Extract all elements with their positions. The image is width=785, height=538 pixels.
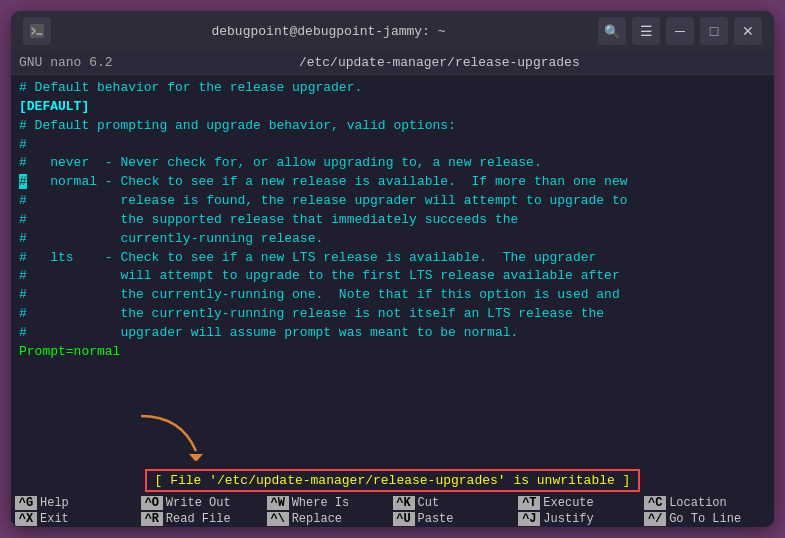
footer-command: ^KCut <box>393 496 515 510</box>
editor-line: # Default behavior for the release upgra… <box>19 79 766 98</box>
footer-label: Write Out <box>166 496 231 510</box>
editor-line: # <box>19 136 766 155</box>
editor-line: # the currently-running release is not i… <box>19 305 766 324</box>
minimize-button[interactable]: ─ <box>666 17 694 45</box>
footer-command: ^JJustify <box>518 512 640 526</box>
status-message: [ File '/etc/update-manager/release-upgr… <box>145 469 641 492</box>
editor-line: # lts - Check to see if a new LTS releas… <box>19 249 766 268</box>
arrow-area <box>11 406 774 466</box>
titlebar-left <box>23 17 59 45</box>
terminal-window: debugpoint@debugpoint-jammy: ~ 🔍 ☰ ─ □ ✕… <box>11 11 774 527</box>
footer-command: ^GHelp <box>15 496 137 510</box>
footer-key: ^J <box>518 512 540 526</box>
titlebar-title: debugpoint@debugpoint-jammy: ~ <box>59 24 598 39</box>
svg-rect-0 <box>30 24 44 38</box>
footer-key: ^T <box>518 496 540 510</box>
arrow-icon <box>131 406 211 461</box>
footer-command: ^/Go To Line <box>644 512 766 526</box>
status-bar: [ File '/etc/update-manager/release-upgr… <box>11 466 774 495</box>
editor-line: [DEFAULT] <box>19 98 766 117</box>
editor-line: Prompt=normal <box>19 343 766 362</box>
footer-label: Cut <box>418 496 440 510</box>
terminal-icon <box>23 17 51 45</box>
footer-command: ^XExit <box>15 512 137 526</box>
footer-key: ^X <box>15 512 37 526</box>
footer-label: Go To Line <box>669 512 741 526</box>
editor-line: # upgrader will assume prompt was meant … <box>19 324 766 343</box>
footer-label: Read File <box>166 512 231 526</box>
footer-key: ^W <box>267 496 289 510</box>
footer-key: ^C <box>644 496 666 510</box>
footer-label: Paste <box>418 512 454 526</box>
editor-line: # never - Never check for, or allow upgr… <box>19 154 766 173</box>
editor-line: # the currently-running one. Note that i… <box>19 286 766 305</box>
search-button[interactable]: 🔍 <box>598 17 626 45</box>
maximize-button[interactable]: □ <box>700 17 728 45</box>
footer-command: ^UPaste <box>393 512 515 526</box>
editor-line: # currently-running release. <box>19 230 766 249</box>
editor-line: # normal - Check to see if a new release… <box>19 173 766 192</box>
titlebar-buttons: 🔍 ☰ ─ □ ✕ <box>598 17 762 45</box>
footer-row: ^XExit^RRead File^\ Replace^UPaste^JJust… <box>11 511 774 527</box>
footer-key: ^U <box>393 512 415 526</box>
footer-label: Help <box>40 496 69 510</box>
nano-filepath: /etc/update-manager/release-upgrades <box>113 55 766 70</box>
footer-row: ^GHelp^OWrite Out^WWhere Is^KCut^TExecut… <box>11 495 774 511</box>
footer-key: ^O <box>141 496 163 510</box>
footer-command: ^TExecute <box>518 496 640 510</box>
nano-header: GNU nano 6.2 /etc/update-manager/release… <box>11 51 774 75</box>
footer-key: ^/ <box>644 512 666 526</box>
editor-line: # the supported release that immediately… <box>19 211 766 230</box>
nano-footer: ^GHelp^OWrite Out^WWhere Is^KCut^TExecut… <box>11 495 774 527</box>
footer-label: Justify <box>543 512 593 526</box>
footer-key: ^G <box>15 496 37 510</box>
footer-label: Location <box>669 496 727 510</box>
footer-command: ^RRead File <box>141 512 263 526</box>
footer-command: ^CLocation <box>644 496 766 510</box>
editor-line: # release is found, the release upgrader… <box>19 192 766 211</box>
editor-line: # will attempt to upgrade to the first L… <box>19 267 766 286</box>
footer-label: Execute <box>543 496 593 510</box>
footer-key: ^K <box>393 496 415 510</box>
editor-content[interactable]: # Default behavior for the release upgra… <box>11 75 774 406</box>
footer-label: Replace <box>292 512 342 526</box>
footer-label: Exit <box>40 512 69 526</box>
editor-line: # Default prompting and upgrade behavior… <box>19 117 766 136</box>
close-button[interactable]: ✕ <box>734 17 762 45</box>
menu-button[interactable]: ☰ <box>632 17 660 45</box>
titlebar: debugpoint@debugpoint-jammy: ~ 🔍 ☰ ─ □ ✕ <box>11 11 774 51</box>
svg-marker-2 <box>189 454 203 461</box>
nano-version: GNU nano 6.2 <box>19 55 113 70</box>
footer-command: ^WWhere Is <box>267 496 389 510</box>
footer-command: ^OWrite Out <box>141 496 263 510</box>
footer-key: ^\ <box>267 512 289 526</box>
footer-command: ^\ Replace <box>267 512 389 526</box>
footer-key: ^R <box>141 512 163 526</box>
footer-label: Where Is <box>292 496 350 510</box>
editor-container: GNU nano 6.2 /etc/update-manager/release… <box>11 51 774 527</box>
